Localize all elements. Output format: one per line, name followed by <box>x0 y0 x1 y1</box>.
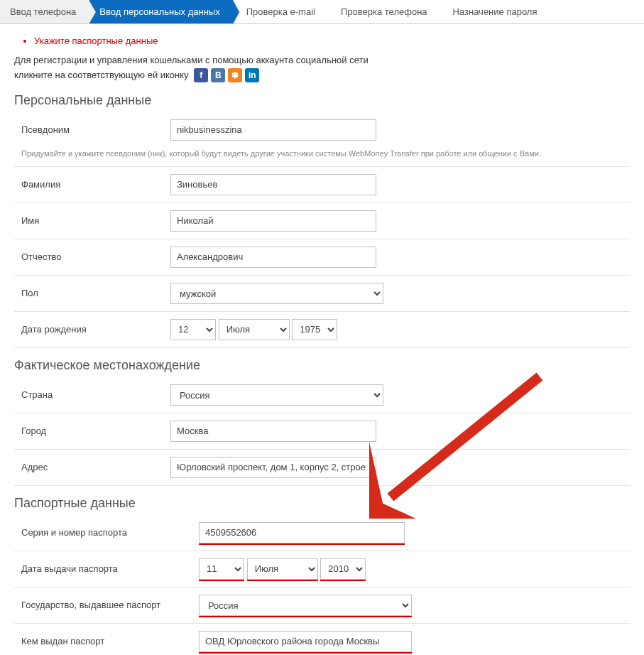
section-location: Фактическое местонахождение <box>14 358 630 373</box>
nick-input[interactable] <box>170 119 376 141</box>
label-city: Город <box>14 426 170 436</box>
passport-issuer-input[interactable] <box>199 631 412 652</box>
label-firstname: Имя <box>14 215 170 226</box>
section-personal: Персональные данные <box>14 93 630 108</box>
error-item: Укажите паспортные данные <box>34 36 630 46</box>
label-passport-country: Государство, выдавшее паспорт <box>14 600 199 610</box>
dob-year-select[interactable]: 1975 <box>292 319 337 340</box>
step-phone[interactable]: Ввод телефона <box>0 0 89 23</box>
label-lastname: Фамилия <box>14 179 170 190</box>
passport-no-input[interactable] <box>199 522 405 543</box>
step-email[interactable]: Проверка e-mail <box>234 0 328 23</box>
label-passport-no: Серия и номер паспорта <box>14 527 199 538</box>
passport-month-select[interactable]: Июля <box>247 558 318 580</box>
label-passport-date: Дата выдачи паспорта <box>14 563 199 574</box>
label-sex: Пол <box>14 288 170 298</box>
social-icons: f B ✽ in <box>194 68 259 82</box>
step-label: Проверка e-mail <box>246 6 315 17</box>
country-select[interactable]: Россия <box>170 384 383 406</box>
step-password[interactable]: Назначение пароля <box>440 0 550 23</box>
step-label: Ввод телефона <box>10 6 76 17</box>
step-personal-data[interactable]: Ввод персональных данных <box>89 0 233 23</box>
intro-text: Для регистрации и управления кошельками … <box>14 53 630 83</box>
step-label: Проверка телефона <box>341 6 427 17</box>
passport-year-select[interactable]: 2010 <box>320 558 366 580</box>
address-input[interactable] <box>170 457 376 478</box>
intro-line2: кликните на соответствующую ей иконку <box>14 70 189 80</box>
lastname-input[interactable] <box>170 174 376 195</box>
city-input[interactable] <box>170 421 376 442</box>
passport-country-select[interactable]: Россия <box>199 595 412 616</box>
label-country: Страна <box>14 389 170 400</box>
section-passport: Паспортные данные <box>14 496 630 511</box>
linkedin-icon[interactable]: in <box>245 68 259 82</box>
label-passport-issuer: Кем выдан паспорт <box>14 636 199 646</box>
passport-date-group: 11 Июля 2010 <box>199 558 630 580</box>
dob-day-select[interactable]: 12 <box>170 319 216 340</box>
step-phone-check[interactable]: Проверка телефона <box>328 0 440 23</box>
dob-month-select[interactable]: Июля <box>219 319 290 340</box>
label-nick: Псевдоним <box>14 124 170 135</box>
vkontakte-icon[interactable]: B <box>211 68 225 82</box>
nick-hint: Придумайте и укажите псевдоним (ник), ко… <box>14 148 630 167</box>
step-label: Ввод персональных данных <box>99 6 219 17</box>
label-patronymic: Отчество <box>14 251 170 262</box>
patronymic-input[interactable] <box>170 247 376 268</box>
label-address: Адрес <box>14 462 170 472</box>
sex-select[interactable]: мужской <box>170 283 383 304</box>
passport-day-select[interactable]: 11 <box>199 558 244 580</box>
facebook-icon[interactable]: f <box>194 68 208 82</box>
label-dob: Дата рождения <box>14 324 170 335</box>
error-list: Укажите паспортные данные <box>14 36 630 46</box>
firstname-input[interactable] <box>170 210 376 232</box>
step-label: Назначение пароля <box>453 6 537 17</box>
dob-group: 12 Июля 1975 <box>170 319 630 340</box>
steps-nav: Ввод телефона Ввод персональных данных П… <box>0 0 644 24</box>
odnoklassniki-icon[interactable]: ✽ <box>228 68 242 82</box>
intro-line1: Для регистрации и управления кошельками … <box>14 55 369 65</box>
